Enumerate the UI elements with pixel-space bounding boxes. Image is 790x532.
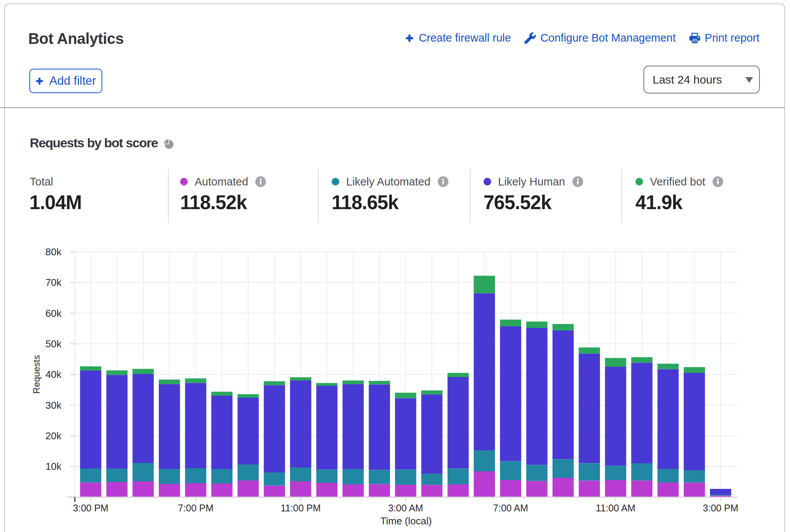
svg-text:3:00 AM: 3:00 AM: [388, 503, 423, 513]
svg-text:11:00 AM: 11:00 AM: [596, 503, 635, 513]
svg-text:40k: 40k: [45, 369, 62, 380]
svg-text:10k: 10k: [45, 461, 62, 472]
svg-text:50k: 50k: [45, 338, 62, 350]
svg-text:Requests: Requests: [31, 355, 42, 393]
svg-text:60k: 60k: [45, 308, 62, 319]
svg-text:30k: 30k: [45, 400, 62, 411]
svg-text:3:00 PM: 3:00 PM: [73, 503, 108, 513]
svg-text:7:00 PM: 7:00 PM: [178, 503, 213, 513]
svg-text:7:00 AM: 7:00 AM: [493, 503, 528, 513]
svg-text:11:00 PM: 11:00 PM: [281, 503, 321, 513]
svg-text:70k: 70k: [45, 277, 62, 288]
svg-text:3:00 PM: 3:00 PM: [703, 503, 738, 513]
svg-text:80k: 80k: [45, 246, 62, 258]
svg-text:Time (local): Time (local): [380, 515, 432, 527]
svg-text:20k: 20k: [45, 430, 62, 442]
